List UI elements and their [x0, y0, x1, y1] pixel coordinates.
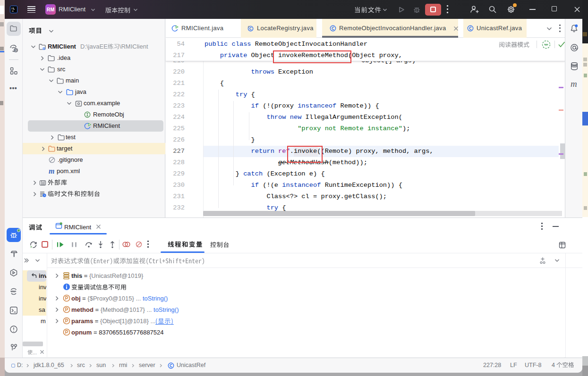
svg-text:?: ?	[15, 49, 17, 53]
